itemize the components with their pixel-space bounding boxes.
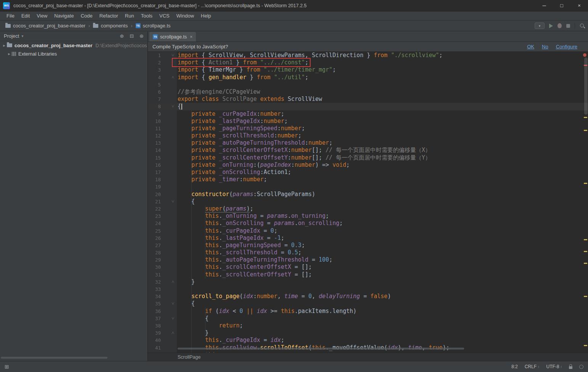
chevron-right-icon[interactable]: ▸ <box>6 51 12 56</box>
tab-scrollpage-ts[interactable]: TS scrollpage.ts × <box>149 32 196 42</box>
code-line-26[interactable]: 26 this._lastPageIdx = -1; <box>148 235 588 242</box>
code-line-3[interactable]: 3import { TimerMgr } from "../timer/time… <box>148 66 588 73</box>
menu-refactor[interactable]: Refactor <box>96 13 122 19</box>
code-line-6[interactable]: 6//参考自engine/CCPageView <box>148 88 588 96</box>
code-line-23[interactable]: 23 this._onTurning = params.on_turning; <box>148 212 588 220</box>
event-log-icon[interactable] <box>579 365 583 369</box>
error-stripe-indicator[interactable] <box>583 53 586 57</box>
code-line-34[interactable]: 34 scroll_to_page(idx:number, time = 0, … <box>148 293 588 300</box>
code-line-7[interactable]: 7export class ScrollPage extends ScrollV… <box>148 96 588 103</box>
code-line-21[interactable]: 21˅ { <box>148 198 588 205</box>
code-area[interactable]: 1˅import { ScrollView, ScrollViewParams,… <box>148 52 588 353</box>
code-line-40[interactable]: 40 this._curPageIdx = idx; <box>148 337 588 344</box>
chevron-down-icon[interactable]: ▾ <box>21 34 23 38</box>
code-line-28[interactable]: 28 this._scrollThreshold = 0.5; <box>148 249 588 256</box>
editor-vscrollbar[interactable] <box>584 57 588 115</box>
error-stripe-mark[interactable] <box>584 65 587 66</box>
menu-run[interactable]: Run <box>122 13 138 19</box>
minimize-button[interactable]: ─ <box>535 0 553 11</box>
code-line-29[interactable]: 29 this._autoPageTurningThreshold = 100; <box>148 256 588 263</box>
error-stripe-mark[interactable] <box>584 130 587 131</box>
code-line-1[interactable]: 1˅import { ScrollView, ScrollViewParams,… <box>148 52 588 59</box>
editor-hscrollbar[interactable] <box>178 348 464 350</box>
menu-edit[interactable]: Edit <box>18 13 33 19</box>
code-line-11[interactable]: 11 private _pageTurningSpeed:number; <box>148 125 588 132</box>
code-line-2[interactable]: 2import { Action1 } from "../../const"; <box>148 59 588 66</box>
code-line-36[interactable]: 36 if (idx < 0 || idx >= this.packItems.… <box>148 308 588 315</box>
maximize-button[interactable]: □ <box>553 0 570 11</box>
error-stripe-mark[interactable] <box>584 239 587 240</box>
menu-help[interactable]: Help <box>197 13 215 19</box>
code-line-15[interactable]: 15 private _scrollCenterOffsetY:number[]… <box>148 154 588 161</box>
fold-icon[interactable]: ˄ <box>161 329 177 337</box>
code-line-13[interactable]: 13 private _autoPageTurningThreshold:num… <box>148 139 588 147</box>
code-line-37[interactable]: 37˅ { <box>148 315 588 322</box>
code-line-4[interactable]: 4˄import { gen_handler } from "../util"; <box>148 74 588 81</box>
breadcrumb-item-cocos-creator-proj-base-master[interactable]: cocos_creator_proj_base-master <box>5 23 85 29</box>
code-line-14[interactable]: 14 private _scrollCenterOffsetX:number[]… <box>148 147 588 154</box>
error-stripe-mark[interactable] <box>584 117 587 118</box>
tree-item-external-libraries[interactable]: ▸External Libraries <box>0 49 147 58</box>
code-line-18[interactable]: 18 private _timer:number; <box>148 176 588 183</box>
project-hscrollbar[interactable] <box>1 357 107 359</box>
code-line-9[interactable]: 9 private _curPageIdx:number; <box>148 110 588 118</box>
code-line-38[interactable]: 38 return; <box>148 322 588 329</box>
code-line-20[interactable]: 20 constructor(params:ScrollPageParams) <box>148 191 588 198</box>
error-stripe-mark[interactable] <box>584 345 587 346</box>
fold-icon[interactable]: ˅ <box>161 198 177 205</box>
menu-tools[interactable]: Tools <box>138 13 156 19</box>
close-button[interactable]: × <box>570 0 588 11</box>
run-config-dropdown[interactable]: ▾ <box>535 22 545 29</box>
code-line-24[interactable]: 24 this._onScrolling = params.on_scrolli… <box>148 220 588 227</box>
fold-icon[interactable]: ˄ <box>161 278 177 286</box>
menu-window[interactable]: Window <box>173 13 197 19</box>
locate-icon[interactable]: ⊕ <box>120 33 124 39</box>
fold-icon[interactable]: ˅ <box>161 315 177 322</box>
menu-code[interactable]: Code <box>77 13 96 19</box>
error-stripe-mark[interactable] <box>584 296 587 297</box>
code-line-22[interactable]: 22 super(params); <box>148 205 588 212</box>
banner-configure-link[interactable]: Configure <box>556 44 577 49</box>
code-line-25[interactable]: 25 this._curPageIdx = 0; <box>148 227 588 235</box>
breadcrumb-item-components[interactable]: components <box>93 23 128 29</box>
code-line-17[interactable]: 17 private _onScrolling:Action1; <box>148 169 588 176</box>
run-icon[interactable] <box>549 24 553 28</box>
fold-icon[interactable]: ˄ <box>161 74 177 81</box>
code-line-8[interactable]: 8˅{ <box>148 103 588 110</box>
fold-icon[interactable]: ˅ <box>161 103 177 110</box>
code-line-12[interactable]: 12 private _scrollThreshold:number; <box>148 132 588 139</box>
code-line-39[interactable]: 39˄ } <box>148 329 588 337</box>
fold-icon[interactable]: ˅ <box>161 52 177 59</box>
line-separator-widget[interactable]: CRLF ↕ <box>525 364 540 369</box>
code-line-35[interactable]: 35˅ { <box>148 300 588 307</box>
banner-no-link[interactable]: No <box>542 44 548 49</box>
menu-navigate[interactable]: Navigate <box>51 13 77 19</box>
breadcrumb-scrollpage[interactable]: ScrollPage <box>178 354 200 360</box>
stop-icon[interactable] <box>566 24 570 28</box>
menu-view[interactable]: View <box>33 13 51 19</box>
settings-icon[interactable]: ⊛ <box>139 33 144 39</box>
code-line-33[interactable]: 33 <box>148 286 588 293</box>
code-line-31[interactable]: 31 this._scrollCenterOffsetY = []; <box>148 271 588 278</box>
code-line-16[interactable]: 16 private _onTurning:(pageIndex:number)… <box>148 161 588 169</box>
code-line-19[interactable]: 19 <box>148 183 588 190</box>
error-stripe-mark[interactable] <box>584 183 587 184</box>
code-line-5[interactable]: 5 <box>148 81 588 88</box>
breadcrumb-item-scrollpage-ts[interactable]: TSscrollpage.ts <box>136 23 171 29</box>
chevron-right-icon[interactable]: ▸ <box>2 43 7 48</box>
project-panel-title[interactable]: Project <box>4 33 19 39</box>
search-icon[interactable] <box>580 23 585 29</box>
fold-icon[interactable]: ˅ <box>161 300 177 307</box>
tree-item-cocos-creator-proj-base-master[interactable]: ▸cocos_creator_proj_base-masterD:\Extend… <box>0 41 147 49</box>
error-stripe-mark[interactable] <box>584 263 587 264</box>
menu-vcs[interactable]: VCS <box>156 13 173 19</box>
collapse-all-icon[interactable]: ⊟ <box>130 33 134 39</box>
code-line-27[interactable]: 27 this._pageTurningSpeed = 0.3; <box>148 242 588 249</box>
tab-close-icon[interactable]: × <box>190 34 192 40</box>
menu-file[interactable]: File <box>3 13 18 19</box>
debug-icon[interactable] <box>558 23 562 28</box>
error-stripe-mark[interactable] <box>584 251 587 252</box>
caret-position-widget[interactable]: 8:2 <box>511 364 518 369</box>
code-line-30[interactable]: 30 this._scrollCenterOffsetX = []; <box>148 263 588 271</box>
tool-window-switcher-icon[interactable]: ⊞ <box>5 364 9 370</box>
